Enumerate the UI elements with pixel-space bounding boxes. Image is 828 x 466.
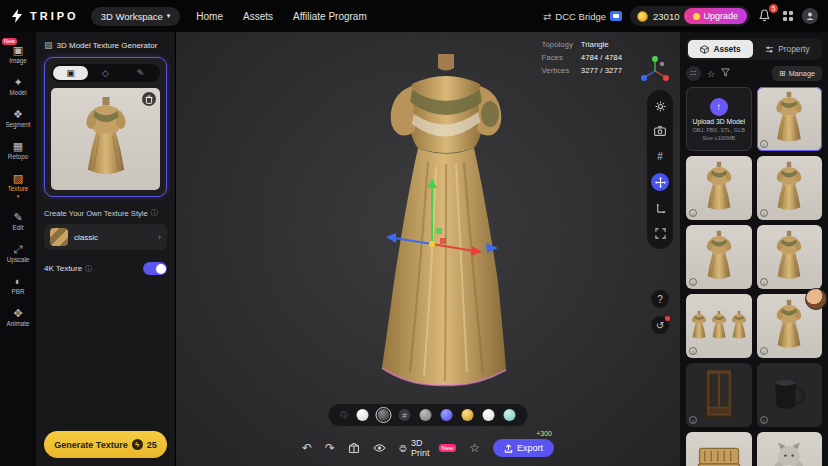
texture-4k-row: 4K Texture ⓘ: [44, 262, 167, 275]
asset-card-dress[interactable]: i: [686, 156, 752, 220]
rail-item-segment[interactable]: ❖ Segment: [1, 104, 35, 133]
move-tool-button[interactable]: [651, 173, 669, 191]
expand-icon: [655, 228, 666, 239]
material-ball-light[interactable]: [483, 409, 495, 421]
asset-card-cat[interactable]: i: [757, 432, 823, 466]
asset-card-dress[interactable]: i: [757, 225, 823, 289]
filter-button[interactable]: [721, 68, 730, 79]
manage-button[interactable]: ⊞ Manage: [772, 66, 822, 81]
rail-item-edit[interactable]: ✎ Edit: [1, 207, 35, 236]
material-ball-gray[interactable]: [420, 409, 432, 421]
upgrade-button[interactable]: Upgrade: [684, 8, 747, 24]
material-ball-blue[interactable]: [441, 409, 453, 421]
dress-model[interactable]: [382, 54, 506, 385]
reference-image-thumbnail[interactable]: [51, 88, 160, 190]
info-icon[interactable]: i: [689, 209, 697, 217]
texture-4k-toggle[interactable]: [143, 262, 167, 275]
user-avatar-button[interactable]: [802, 8, 818, 24]
material-ball-white[interactable]: [357, 409, 369, 421]
rail-item-animate[interactable]: ✥ Animate: [1, 303, 35, 332]
rail-item-pbr[interactable]: ◐ PBR: [1, 271, 35, 300]
model-canvas[interactable]: [176, 32, 680, 466]
material-bar: ⓘ #: [329, 404, 528, 426]
apps-grid-button[interactable]: [782, 10, 794, 22]
texture-generator-panel: ▨ 3D Model Texture Generator ▣ ◇ ✎: [36, 32, 176, 466]
export-button[interactable]: Export: [493, 439, 554, 457]
info-icon[interactable]: i: [689, 416, 697, 424]
app-logo[interactable]: TRIPO: [10, 9, 79, 23]
material-ball-gold[interactable]: [462, 409, 474, 421]
rail-item-retopo[interactable]: ▦ Retopo: [1, 136, 35, 165]
info-icon[interactable]: i: [689, 278, 697, 286]
notifications-button[interactable]: 5: [758, 8, 774, 24]
material-ball-wireframe[interactable]: #: [399, 409, 411, 421]
print-3d-button[interactable]: 3D Print New: [399, 438, 456, 458]
favorites-filter-button[interactable]: ☆: [707, 69, 715, 79]
help-button[interactable]: ?: [651, 290, 669, 308]
info-icon[interactable]: i: [760, 140, 768, 148]
style-name: classic: [74, 233, 152, 242]
history-button[interactable]: ↺: [651, 316, 669, 334]
texture-style-selector[interactable]: classic ›: [44, 224, 167, 250]
pencil-icon: ✎: [137, 68, 145, 78]
print-label: 3D Print: [411, 438, 435, 458]
material-ball-teal[interactable]: [504, 409, 516, 421]
grid-toggle-button[interactable]: #: [652, 148, 668, 164]
star-icon: ☆: [469, 441, 480, 455]
orientation-gizmo[interactable]: [638, 54, 672, 88]
tab-mesh-mode[interactable]: ◇: [88, 66, 123, 80]
nav-affiliate-program[interactable]: Affiliate Program: [289, 11, 371, 22]
credit-cost-icon: ϟ: [132, 439, 143, 450]
viewport-3d[interactable]: Topology Triangle Faces 4784 / 4784 Vert…: [176, 32, 680, 466]
floating-user-avatar[interactable]: [805, 288, 827, 310]
axes-tool-button[interactable]: [652, 200, 668, 216]
redo-button[interactable]: ↷: [325, 441, 335, 455]
screenshot-button[interactable]: [652, 123, 668, 139]
material-ball-dark-selected[interactable]: [378, 409, 390, 421]
rail-item-model[interactable]: ✦ Model: [1, 72, 35, 101]
favorite-button[interactable]: ☆: [469, 441, 480, 455]
category-button[interactable]: ∷: [686, 66, 701, 81]
dcc-bridge-button[interactable]: ⇄ DCC Bridge: [543, 11, 622, 22]
info-icon[interactable]: i: [760, 416, 768, 424]
asset-card-dress[interactable]: i: [757, 156, 823, 220]
settings-button[interactable]: [652, 98, 668, 114]
export-icon: [504, 444, 513, 453]
input-mode-tabs: ▣ ◇ ✎: [51, 64, 160, 82]
tab-paint-mode[interactable]: ✎: [123, 66, 158, 80]
rail-item-upscale[interactable]: ⤢ Upscale: [1, 239, 35, 268]
tab-assets[interactable]: Assets: [688, 40, 753, 58]
upload-model-card[interactable]: ↑ Upload 3D Model OBJ, FBX, STL, GLB Siz…: [686, 87, 752, 151]
info-icon[interactable]: i: [689, 347, 697, 355]
style-section-label: Create Your Own Texture Style ⓘ: [44, 208, 167, 218]
workspace-dropdown[interactable]: 3D Workspace ▾: [91, 7, 181, 26]
dress-thumbnail: [771, 229, 807, 285]
asset-card-cabinet[interactable]: i: [686, 363, 752, 427]
asset-card-bench[interactable]: i: [686, 432, 752, 466]
info-icon[interactable]: i: [760, 347, 768, 355]
tab-image-mode[interactable]: ▣: [53, 66, 88, 80]
generate-texture-button[interactable]: Generate Texture ϟ 25: [44, 431, 167, 458]
asset-card-dress[interactable]: i: [686, 225, 752, 289]
grid-icon: #: [657, 151, 663, 162]
package-button[interactable]: [348, 442, 360, 454]
undo-button[interactable]: ↶: [302, 441, 312, 455]
image-icon: ▣: [66, 68, 75, 78]
nav-home[interactable]: Home: [192, 11, 227, 22]
cube-icon: [700, 45, 709, 54]
texture-icon: ▨: [13, 173, 23, 184]
tab-property[interactable]: Property: [755, 40, 820, 58]
render-button[interactable]: [373, 443, 386, 453]
rail-item-image[interactable]: New ▣ Image: [1, 40, 35, 69]
new-badge: New: [2, 38, 17, 45]
fullscreen-button[interactable]: [652, 225, 668, 241]
asset-card-mug[interactable]: i: [757, 363, 823, 427]
rail-item-texture[interactable]: ▨ Texture ▾: [1, 168, 35, 204]
nav-assets[interactable]: Assets: [239, 11, 277, 22]
info-icon[interactable]: i: [760, 278, 768, 286]
delete-reference-button[interactable]: [142, 92, 156, 106]
info-icon[interactable]: i: [760, 209, 768, 217]
rocket-icon: [693, 13, 700, 20]
asset-card-dress-selected[interactable]: i: [757, 87, 823, 151]
asset-card-dress-multiview[interactable]: i: [686, 294, 752, 358]
